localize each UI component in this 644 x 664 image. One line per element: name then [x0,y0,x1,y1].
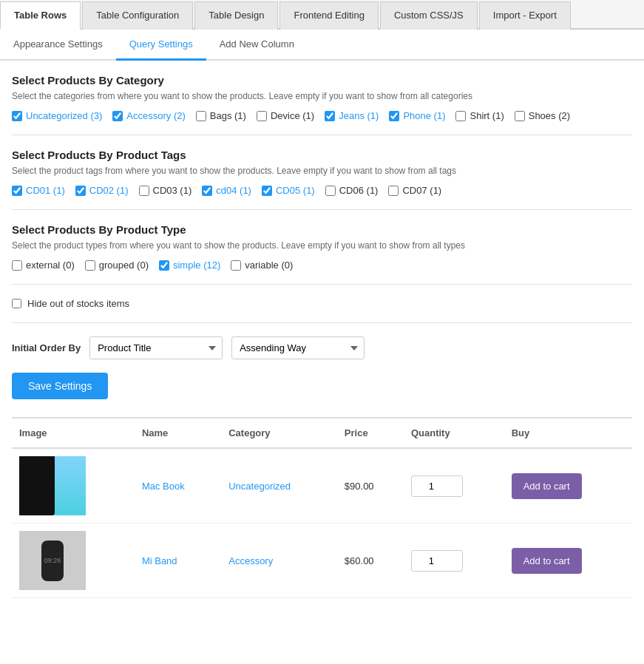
category-checkbox-1[interactable] [112,111,123,121]
col-category: Category [221,418,337,448]
category-checkbox-2[interactable] [196,111,206,121]
sub-tabs-container: Appearance Settings Query Settings Add N… [0,30,644,61]
type-label-1[interactable]: grouped (0) [99,260,149,271]
tag-label-1[interactable]: CD02 (1) [89,185,129,196]
product-qty-input-miband[interactable] [411,550,463,572]
type-checkbox-0[interactable] [12,260,22,271]
category-checkbox-6[interactable] [455,111,466,121]
category-section-desc: Select the categories from where you wan… [12,91,632,101]
col-buy: Buy [504,418,632,448]
product-buy-cell-miband: Add to cart [504,524,632,598]
tag-checkbox-4[interactable] [262,186,272,196]
order-by-select[interactable]: Product TitleDatePriceNameID [89,336,223,359]
category-item-6: Shirt (1) [455,110,504,121]
product-category-link-miband[interactable]: Accessory [228,555,273,566]
order-by-label: Initial Order By [12,342,81,353]
type-item-2: simple (12) [159,260,220,271]
tag-checkbox-5[interactable] [325,186,336,196]
add-to-cart-button-macbook[interactable]: Add to cart [512,473,582,499]
category-item-2: Bags (1) [196,110,246,121]
sub-tab-appearance-settings[interactable]: Appearance Settings [0,30,116,61]
table-row-miband: 09:26Mi BandAccessory$60.00Add to cart [12,524,632,598]
type-label-3[interactable]: variable (0) [245,260,293,271]
divider-1 [12,135,632,135]
category-label-1[interactable]: Accessory (2) [126,110,185,121]
divider-4 [12,322,632,323]
category-checkbox-4[interactable] [325,111,335,121]
tag-label-6[interactable]: CD07 (1) [402,185,441,196]
category-section-title: Select Products By Category [12,74,632,87]
hide-out-of-stock-checkbox[interactable] [12,299,21,308]
product-image-cell-macbook [12,448,135,524]
type-checkbox-3[interactable] [231,260,241,271]
tags-section-desc: Select the product tags from where you w… [12,166,632,176]
tag-label-2[interactable]: CD03 (1) [153,185,192,196]
tag-item-4: CD05 (1) [262,185,315,196]
tab-frontend-editing[interactable]: Frontend Editing [279,1,378,30]
category-label-5[interactable]: Phone (1) [403,110,445,121]
top-tabs-container: Table Rows Table Configuration Table Des… [0,0,644,30]
tag-checkbox-3[interactable] [202,186,212,196]
category-item-0: Uncategorized (3) [12,110,102,121]
tag-checkbox-0[interactable] [12,186,22,196]
sub-tab-query-settings[interactable]: Query Settings [116,30,206,61]
category-checkbox-0[interactable] [12,111,22,121]
product-category-cell-macbook: Uncategorized [221,448,337,524]
category-label-2[interactable]: Bags (1) [210,110,246,121]
tag-label-4[interactable]: CD05 (1) [276,185,315,196]
tab-import-export[interactable]: Import - Export [479,1,571,30]
order-way-select[interactable]: Assending WayDescending Way [231,336,365,359]
category-label-7[interactable]: Shoes (2) [529,110,570,121]
category-item-1: Accessory (2) [112,110,185,121]
tag-checkbox-2[interactable] [139,186,149,196]
product-name-cell-miband: Mi Band [135,524,221,598]
sub-tab-add-new-column[interactable]: Add New Column [206,30,308,61]
save-settings-button[interactable]: Save Settings [12,373,108,399]
product-category-cell-miband: Accessory [221,524,337,598]
category-checkbox-3[interactable] [257,111,267,121]
category-label-6[interactable]: Shirt (1) [470,110,504,121]
tags-section-title: Select Products By Product Tags [12,149,632,161]
tag-item-0: CD01 (1) [12,185,65,196]
col-image: Image [12,418,135,448]
tag-checkbox-1[interactable] [75,186,86,196]
product-image-miband: 09:26 [19,531,86,590]
product-name-link-miband[interactable]: Mi Band [142,555,177,566]
table-header-row: Image Name Category Price Quantity Buy [12,418,632,448]
tag-label-3[interactable]: cd04 (1) [216,185,251,196]
product-table: Image Name Category Price Quantity Buy M… [12,417,632,598]
type-checkbox-2[interactable] [159,260,169,271]
tab-table-configuration[interactable]: Table Configuration [82,1,193,30]
product-qty-input-macbook[interactable] [411,475,463,497]
hide-out-of-stock-label[interactable]: Hide out of stocks items [27,298,129,309]
tab-custom-css-js[interactable]: Custom CSS/JS [380,1,478,30]
add-to-cart-button-miband[interactable]: Add to cart [512,548,582,574]
tag-checkbox-6[interactable] [388,186,399,196]
category-label-3[interactable]: Device (1) [271,110,314,121]
type-checkbox-1[interactable] [85,260,95,271]
type-label-2[interactable]: simple (12) [173,260,220,271]
product-image-macbook [19,456,86,515]
order-by-row: Initial Order By Product TitleDatePriceN… [12,336,632,359]
main-content: Select Products By Category Select the c… [0,61,644,612]
tag-label-5[interactable]: CD06 (1) [339,185,379,196]
category-checkbox-5[interactable] [389,111,399,121]
category-label-0[interactable]: Uncategorized (3) [26,110,102,121]
col-quantity: Quantity [404,418,504,448]
product-qty-cell-miband [404,524,504,598]
product-category-link-macbook[interactable]: Uncategorized [228,481,291,492]
product-qty-cell-macbook [404,448,504,524]
category-checkbox-7[interactable] [515,111,525,121]
type-section-desc: Select the product types from where you … [12,240,632,251]
category-item-5: Phone (1) [389,110,445,121]
category-item-4: Jeans (1) [325,110,379,121]
type-item-0: external (0) [12,260,75,271]
tab-table-design[interactable]: Table Design [194,1,278,30]
tag-label-0[interactable]: CD01 (1) [26,185,65,196]
type-label-0[interactable]: external (0) [26,260,75,271]
category-label-4[interactable]: Jeans (1) [339,110,379,121]
tab-table-rows[interactable]: Table Rows [0,1,81,30]
col-name: Name [135,418,221,448]
divider-2 [12,209,632,210]
product-name-link-macbook[interactable]: Mac Book [142,481,185,492]
